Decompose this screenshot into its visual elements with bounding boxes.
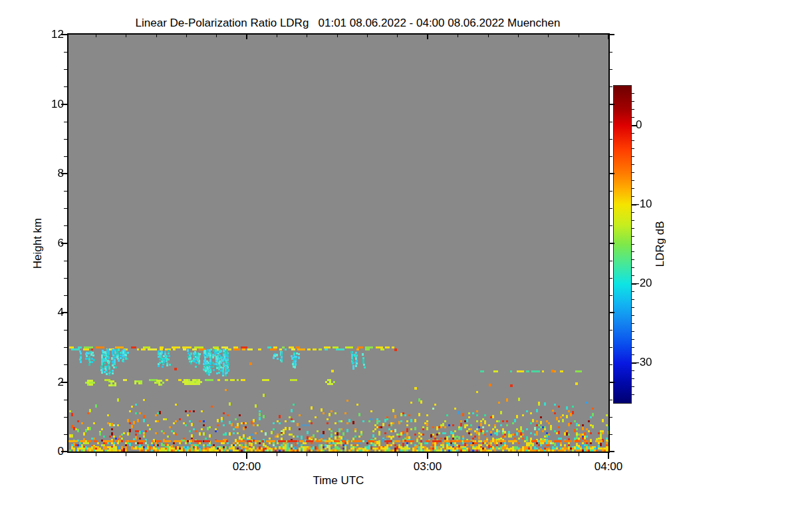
- x-axis-top-minor-tick: [216, 35, 217, 37]
- colorbar-minor-tick: [632, 251, 634, 252]
- x-tick-label: 04:00: [595, 460, 623, 473]
- y-axis-right-tick: [610, 173, 614, 174]
- y-axis-minor-tick: [64, 347, 67, 348]
- x-axis-minor-tick: [96, 453, 96, 456]
- colorbar-minor-tick: [632, 244, 634, 245]
- x-axis-minor-tick: [337, 453, 338, 456]
- x-axis-minor-tick: [186, 453, 187, 456]
- y-tick-label: 0: [37, 445, 64, 458]
- y-tick-label: 8: [37, 167, 64, 180]
- x-axis-minor-tick: [277, 453, 277, 456]
- x-axis-top-minor-tick: [156, 35, 157, 37]
- y-axis-minor-tick: [64, 225, 67, 226]
- y-tick-label: 4: [37, 306, 64, 319]
- y-tick-label: 2: [37, 376, 64, 389]
- y-axis-minor-tick: [64, 330, 67, 331]
- plot-area: [67, 33, 610, 453]
- colorbar-minor-tick: [632, 236, 634, 237]
- colorbar-minor-tick: [632, 148, 634, 149]
- y-tick-label: 10: [37, 98, 64, 111]
- colorbar-minor-tick: [632, 133, 634, 134]
- colorbar-label: LDRg dB: [654, 221, 667, 267]
- x-axis-minor-tick: [397, 453, 398, 456]
- y-axis-minor-tick: [64, 69, 67, 70]
- x-axis-minor-tick: [126, 453, 126, 456]
- x-axis-top-minor-tick: [518, 35, 519, 37]
- y-axis-minor-tick: [64, 400, 67, 400]
- y-axis-right-tick: [610, 312, 614, 313]
- x-tick-label: 02:00: [233, 460, 261, 473]
- colorbar-minor-tick: [632, 275, 634, 276]
- y-axis-minor-tick: [64, 434, 67, 435]
- x-tick-label: 03:00: [414, 460, 442, 473]
- x-axis-minor-tick: [216, 453, 217, 456]
- x-axis-minor-tick: [307, 453, 307, 456]
- x-axis-minor-tick: [579, 453, 579, 456]
- x-axis-top-tick: [246, 35, 247, 39]
- y-axis-minor-tick: [64, 139, 67, 140]
- y-axis-minor-tick: [64, 52, 67, 53]
- x-axis-minor-tick: [548, 453, 549, 456]
- x-axis-top-minor-tick: [186, 35, 187, 37]
- y-axis-right-tick: [610, 382, 614, 383]
- x-axis-top-minor-tick: [548, 35, 549, 37]
- y-axis-right-minor-tick: [610, 225, 612, 226]
- colorbar-minor-tick: [632, 315, 634, 316]
- y-axis-right-minor-tick: [610, 52, 612, 53]
- colorbar-minor-tick: [632, 220, 634, 221]
- y-axis-right-tick: [610, 243, 614, 244]
- colorbar-minor-tick: [632, 299, 634, 300]
- colorbar-minor-tick: [632, 347, 634, 348]
- ldr-quicklook-figure: Linear De-Polarization Ratio LDRg 01:01 …: [0, 0, 798, 532]
- y-axis-right-minor-tick: [610, 278, 612, 279]
- y-axis-minor-tick: [64, 156, 67, 157]
- colorbar-minor-tick: [632, 394, 634, 395]
- colorbar-minor-tick: [632, 188, 634, 189]
- y-axis-right-minor-tick: [610, 330, 612, 331]
- colorbar-minor-tick: [632, 339, 634, 340]
- y-axis-minor-tick: [64, 364, 67, 365]
- colorbar-minor-tick: [632, 386, 634, 387]
- x-axis-top-minor-tick: [397, 35, 398, 37]
- colorbar-minor-tick: [632, 109, 634, 110]
- chart-title: Linear De-Polarization Ratio LDRg 01:01 …: [136, 17, 561, 30]
- x-axis-minor-tick: [488, 453, 489, 456]
- colorbar-minor-tick: [632, 93, 634, 94]
- colorbar-minor-tick: [632, 323, 634, 324]
- x-axis-top-tick: [427, 35, 428, 39]
- y-axis-minor-tick: [64, 261, 67, 261]
- colorbar-minor-tick: [632, 331, 634, 332]
- x-axis-minor-tick: [458, 453, 458, 456]
- y-axis-right-minor-tick: [610, 69, 612, 70]
- colorbar-minor-tick: [632, 101, 634, 102]
- y-axis-minor-tick: [64, 295, 67, 296]
- colorbar-minor-tick: [632, 164, 634, 165]
- colorbar-minor-tick: [632, 180, 634, 181]
- y-axis-minor-tick: [64, 417, 67, 418]
- y-tick-label: 6: [37, 237, 64, 250]
- colorbar-minor-tick: [632, 228, 634, 229]
- y-axis-right-minor-tick: [610, 364, 612, 365]
- x-axis-major-tick: [246, 453, 247, 459]
- colorbar-tick-label: 0: [636, 118, 642, 132]
- heatmap-canvas: [68, 35, 608, 452]
- y-axis-right-minor-tick: [610, 295, 612, 296]
- colorbar-minor-tick: [632, 267, 634, 268]
- x-axis-major-tick: [608, 453, 609, 459]
- y-axis-right-minor-tick: [610, 139, 612, 140]
- x-axis-top-minor-tick: [277, 35, 277, 37]
- x-axis-minor-tick: [156, 453, 157, 456]
- y-axis-right-minor-tick: [610, 86, 612, 87]
- y-axis-right-minor-tick: [610, 122, 612, 122]
- y-axis-right-minor-tick: [610, 156, 612, 157]
- colorbar: [613, 85, 632, 404]
- y-axis-minor-tick: [64, 122, 67, 122]
- y-axis-right-minor-tick: [610, 191, 612, 192]
- x-axis-top-minor-tick: [126, 35, 126, 37]
- colorbar-minor-tick: [632, 196, 634, 197]
- y-axis-right-minor-tick: [610, 347, 612, 348]
- y-axis-minor-tick: [64, 191, 67, 192]
- colorbar-minor-tick: [632, 117, 634, 118]
- y-axis-right-minor-tick: [610, 417, 612, 418]
- y-axis-minor-tick: [64, 208, 67, 209]
